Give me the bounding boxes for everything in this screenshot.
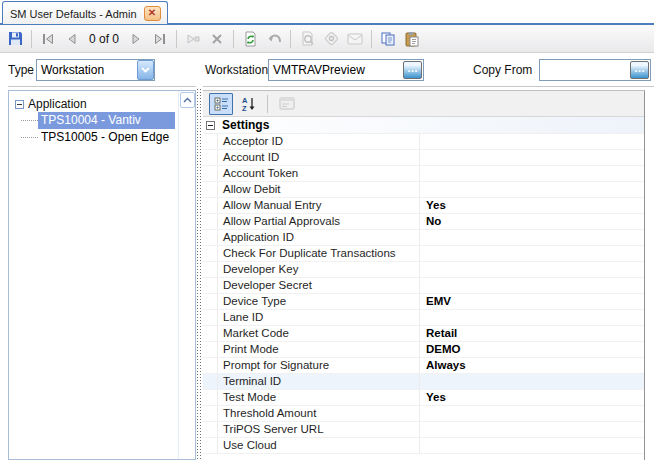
tree-root-node[interactable]: Application xyxy=(15,96,87,112)
tree-scrollbar[interactable] xyxy=(178,91,195,459)
tab-sm-user-defaults[interactable]: SM User Defaults - Admin ✕ xyxy=(2,1,168,24)
tree-item[interactable]: TPS10005 - Open Edge xyxy=(21,129,174,145)
save-button[interactable] xyxy=(4,28,26,50)
property-row[interactable]: Allow Debit xyxy=(203,182,644,198)
property-row[interactable]: Use Cloud xyxy=(203,438,644,454)
splitter-handle[interactable] xyxy=(196,88,203,460)
property-name[interactable]: Allow Partial Approvals xyxy=(219,214,420,229)
last-record-button[interactable] xyxy=(149,28,171,50)
property-row[interactable]: Test ModeYes xyxy=(203,390,644,406)
property-row[interactable]: Lane ID xyxy=(203,310,644,326)
property-value[interactable] xyxy=(421,230,644,245)
next-record-button[interactable] xyxy=(125,28,147,50)
copy-from-field[interactable]: … xyxy=(539,59,651,81)
property-value[interactable]: Yes xyxy=(421,390,644,405)
property-row[interactable]: Allow Manual EntryYes xyxy=(203,198,644,214)
collapse-minus-icon[interactable] xyxy=(15,100,24,109)
alphabetical-button[interactable]: A Z xyxy=(236,93,260,115)
property-value[interactable] xyxy=(421,278,644,293)
property-grid: A Z Settings Acceptor IDAccount I xyxy=(203,90,645,460)
property-row[interactable]: Threshold Amount xyxy=(203,406,644,422)
property-name[interactable]: Print Mode xyxy=(219,342,420,357)
property-value[interactable] xyxy=(421,182,644,197)
tree-connector-line xyxy=(21,137,38,138)
property-row[interactable]: Developer Secret xyxy=(203,278,644,294)
property-name[interactable]: TriPOS Server URL xyxy=(219,422,420,437)
property-name[interactable]: Check For Duplicate Transactions xyxy=(219,246,420,261)
property-pages-button[interactable] xyxy=(275,93,299,115)
property-value[interactable]: EMV xyxy=(421,294,644,309)
property-value[interactable] xyxy=(421,422,644,437)
property-value[interactable]: DEMO xyxy=(421,342,644,357)
property-name[interactable]: Developer Key xyxy=(219,262,420,277)
property-name[interactable]: Test Mode xyxy=(219,390,420,405)
property-value[interactable] xyxy=(421,310,644,325)
tree-item-label[interactable]: TPS10004 - Vantiv xyxy=(38,112,175,129)
property-row[interactable]: Account ID xyxy=(203,150,644,166)
previous-record-button[interactable] xyxy=(61,28,83,50)
type-combobox[interactable]: Workstation xyxy=(36,59,155,81)
print-preview-button[interactable] xyxy=(296,28,318,50)
property-row[interactable]: Acceptor ID xyxy=(203,134,644,150)
row-gutter xyxy=(203,214,218,229)
property-name[interactable]: Allow Debit xyxy=(219,182,420,197)
property-row[interactable]: Print ModeDEMO xyxy=(203,342,644,358)
copy-button[interactable] xyxy=(377,28,399,50)
property-name[interactable]: Developer Secret xyxy=(219,278,420,293)
refresh-button[interactable] xyxy=(239,28,261,50)
property-value[interactable]: Yes xyxy=(421,198,644,213)
category-row-settings[interactable]: Settings xyxy=(203,117,644,134)
workstation-field[interactable]: VMTRAVPreview … xyxy=(268,59,424,81)
property-row[interactable]: TriPOS Server URL xyxy=(203,422,644,438)
first-record-button[interactable] xyxy=(37,28,59,50)
property-name[interactable]: Threshold Amount xyxy=(219,406,420,421)
property-name[interactable]: Application ID xyxy=(219,230,420,245)
workstation-ellipsis-button[interactable]: … xyxy=(403,61,422,79)
property-name[interactable]: Acceptor ID xyxy=(219,134,420,149)
property-value[interactable] xyxy=(421,406,644,421)
property-value[interactable]: Always xyxy=(421,358,644,373)
property-row[interactable]: Check For Duplicate Transactions xyxy=(203,246,644,262)
scroll-up-button[interactable] xyxy=(180,92,195,108)
property-value[interactable] xyxy=(421,246,644,261)
collapse-minus-icon[interactable] xyxy=(206,121,215,130)
property-name[interactable]: Allow Manual Entry xyxy=(219,198,420,213)
categorized-button[interactable] xyxy=(209,93,233,115)
property-value[interactable] xyxy=(421,134,644,149)
property-name[interactable]: Lane ID xyxy=(219,310,420,325)
property-value[interactable]: No xyxy=(421,214,644,229)
property-row[interactable]: Market CodeRetail xyxy=(203,326,644,342)
tree-item[interactable]: TPS10004 - Vantiv xyxy=(21,112,175,128)
property-row[interactable]: Allow Partial ApprovalsNo xyxy=(203,214,644,230)
property-name[interactable]: Account Token xyxy=(219,166,420,181)
property-name[interactable]: Use Cloud xyxy=(219,438,420,453)
property-value[interactable] xyxy=(421,166,644,181)
property-value[interactable] xyxy=(421,262,644,277)
property-value[interactable]: Retail xyxy=(421,326,644,341)
property-name[interactable]: Device Type xyxy=(219,294,420,309)
property-name[interactable]: Terminal ID xyxy=(219,374,420,389)
tab-close-icon[interactable]: ✕ xyxy=(144,6,161,21)
paste-button[interactable] xyxy=(401,28,423,50)
property-value[interactable] xyxy=(421,374,644,389)
property-row[interactable]: Prompt for SignatureAlways xyxy=(203,358,644,374)
property-row[interactable]: Device TypeEMV xyxy=(203,294,644,310)
property-row[interactable]: Terminal ID xyxy=(203,374,644,390)
property-name[interactable]: Market Code xyxy=(219,326,420,341)
tree-item-label[interactable]: TPS10005 - Open Edge xyxy=(38,129,174,146)
property-value[interactable] xyxy=(421,150,644,165)
property-name[interactable]: Prompt for Signature xyxy=(219,358,420,373)
chevron-down-icon[interactable] xyxy=(137,60,154,80)
property-row[interactable]: Account Token xyxy=(203,166,644,182)
email-button[interactable] xyxy=(344,28,366,50)
help-button[interactable] xyxy=(320,28,342,50)
row-gutter xyxy=(203,230,218,245)
undo-button[interactable] xyxy=(263,28,285,50)
copy-from-ellipsis-button[interactable]: … xyxy=(630,61,649,79)
property-value[interactable] xyxy=(421,438,644,453)
new-record-button[interactable] xyxy=(182,28,204,50)
delete-button[interactable] xyxy=(206,28,228,50)
property-row[interactable]: Application ID xyxy=(203,230,644,246)
property-row[interactable]: Developer Key xyxy=(203,262,644,278)
property-name[interactable]: Account ID xyxy=(219,150,420,165)
